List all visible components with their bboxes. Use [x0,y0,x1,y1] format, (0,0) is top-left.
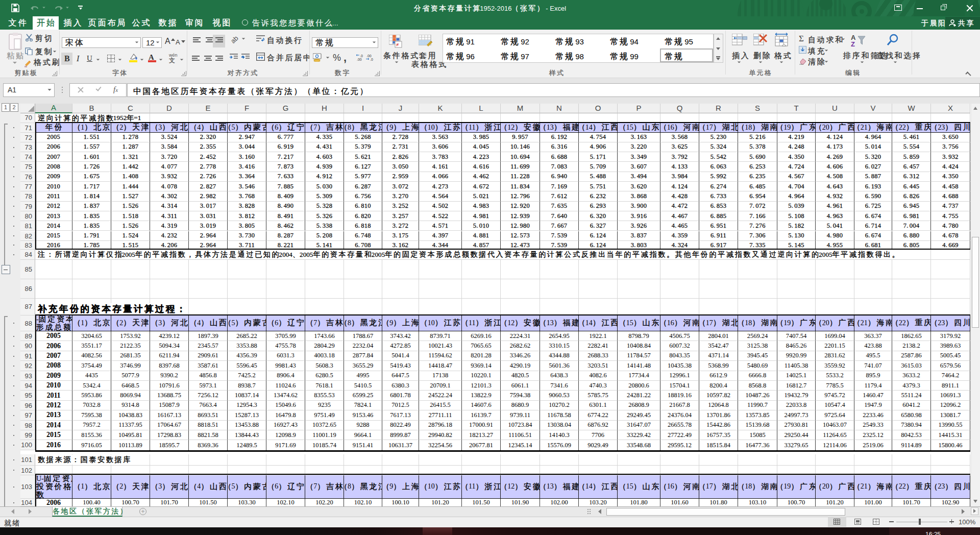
svg-text:.0: .0 [370,58,373,61]
svg-text:.00: .00 [357,58,362,61]
svg-text:.00: .00 [366,54,372,58]
svg-text:.0: .0 [360,54,363,58]
svg-text:≠: ≠ [396,42,399,47]
